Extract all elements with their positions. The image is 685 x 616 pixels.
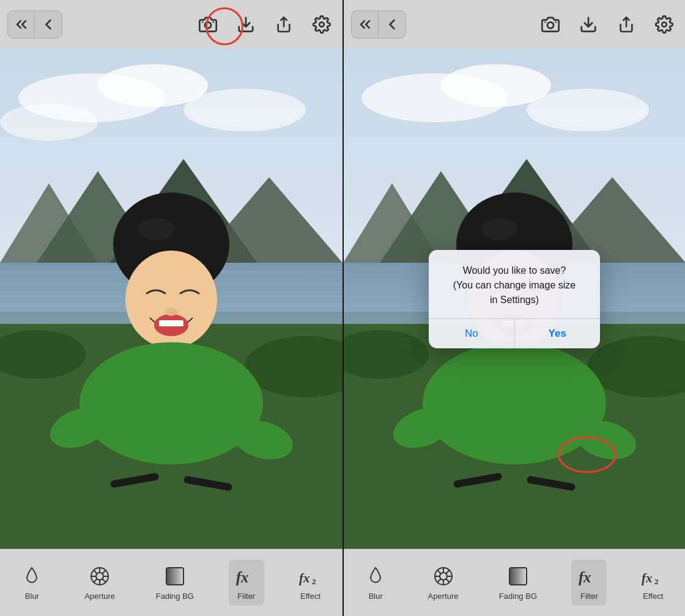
svg-line-39 — [94, 570, 97, 574]
effect-label: Effect — [300, 592, 320, 601]
svg-text:fx: fx — [236, 569, 249, 585]
svg-rect-88 — [510, 568, 526, 584]
dialog-buttons: No Yes — [429, 318, 600, 348]
aperture-label-right: Aperture — [428, 592, 459, 601]
svg-point-28 — [80, 342, 263, 464]
svg-text:fx: fx — [299, 571, 309, 585]
left-tool-effect[interactable]: fx 2 Effect — [293, 560, 328, 606]
right-image-area: Would you like to save? (You can change … — [344, 49, 685, 549]
fading-bg-icon-right — [506, 565, 530, 588]
filter-label-right: Filter — [580, 592, 598, 601]
svg-line-40 — [103, 579, 106, 583]
left-action-buttons — [194, 11, 335, 38]
svg-text:fx: fx — [579, 569, 591, 585]
filter-label: Filter — [237, 592, 255, 601]
svg-point-78 — [440, 573, 447, 580]
blur-label: Blur — [25, 592, 39, 601]
svg-line-86 — [437, 579, 441, 583]
aperture-icon-right — [432, 565, 455, 588]
fading-bg-label: Fading BG — [156, 592, 194, 601]
right-tool-fading-bg[interactable]: Fading BG — [493, 560, 543, 606]
svg-point-23 — [138, 218, 174, 240]
right-tool-filter[interactable]: fx Filter — [571, 560, 607, 606]
svg-point-9 — [183, 89, 306, 131]
svg-text:2: 2 — [654, 577, 659, 586]
svg-point-34 — [96, 573, 103, 580]
left-nav-buttons — [7, 10, 62, 38]
svg-rect-44 — [167, 568, 183, 584]
svg-line-42 — [94, 579, 97, 583]
left-download-button[interactable] — [232, 11, 259, 38]
svg-rect-26 — [159, 320, 183, 326]
drop-icon — [20, 565, 43, 588]
svg-line-85 — [446, 570, 450, 574]
aperture-icon — [88, 565, 111, 588]
svg-line-83 — [437, 570, 441, 574]
right-back-double-button[interactable] — [352, 11, 379, 38]
left-photo — [0, 49, 342, 549]
left-panel: Blur Aperture — [0, 0, 342, 616]
right-nav-buttons — [351, 10, 406, 38]
left-camera-button[interactable] — [194, 11, 221, 38]
svg-point-2 — [202, 21, 204, 23]
effect-label-right: Effect — [643, 592, 663, 601]
right-tool-blur[interactable]: Blur — [358, 560, 393, 606]
right-download-button[interactable] — [575, 11, 602, 38]
fading-bg-label-right: Fading BG — [499, 592, 537, 601]
svg-point-53 — [662, 22, 667, 27]
filter-fx-icon-right: fx — [577, 565, 601, 588]
no-button[interactable]: No — [429, 319, 514, 348]
svg-point-10 — [0, 104, 98, 141]
dialog-message: Would you like to save? (You can change … — [429, 250, 600, 318]
svg-line-84 — [446, 579, 450, 583]
right-camera-button[interactable] — [537, 11, 564, 38]
left-tool-fading-bg[interactable]: Fading BG — [150, 560, 200, 606]
effect-icon: fx 2 — [299, 565, 322, 588]
svg-point-27 — [165, 307, 177, 316]
save-dialog-overlay: Would you like to save? (You can change … — [344, 49, 685, 549]
left-topbar — [0, 0, 342, 49]
right-tool-effect[interactable]: fx 2 Effect — [635, 560, 671, 606]
left-back-single-button[interactable] — [35, 11, 62, 38]
left-back-group — [7, 10, 62, 38]
left-image-area — [0, 49, 342, 549]
left-back-double-button[interactable] — [8, 11, 35, 38]
drop-icon-right — [364, 565, 387, 588]
yes-button[interactable]: Yes — [514, 319, 601, 348]
svg-point-50 — [544, 21, 546, 23]
svg-point-1 — [213, 21, 215, 23]
right-bottom-bar: Blur Aperture — [344, 549, 685, 616]
svg-point-48 — [547, 22, 554, 28]
right-settings-button[interactable] — [651, 11, 678, 38]
fading-bg-icon — [163, 565, 187, 588]
save-dialog: Would you like to save? (You can change … — [429, 250, 600, 348]
svg-point-49 — [555, 21, 557, 23]
right-topbar — [344, 0, 685, 49]
right-action-buttons — [537, 11, 678, 38]
svg-point-5 — [319, 22, 324, 27]
left-share-button[interactable] — [270, 11, 297, 38]
right-back-group — [351, 10, 406, 38]
right-share-button[interactable] — [613, 11, 640, 38]
blur-label-right: Blur — [369, 592, 383, 601]
right-tool-aperture[interactable]: Aperture — [422, 560, 465, 606]
left-settings-button[interactable] — [308, 11, 335, 38]
svg-line-41 — [103, 570, 106, 574]
left-tool-filter[interactable]: fx Filter — [229, 560, 264, 606]
aperture-label: Aperture — [84, 592, 115, 601]
left-bottom-bar: Blur Aperture — [0, 549, 342, 616]
filter-fx-icon: fx — [235, 565, 258, 588]
effect-icon-right: fx 2 — [642, 565, 665, 588]
left-tool-blur[interactable]: Blur — [14, 560, 50, 606]
svg-text:2: 2 — [311, 577, 316, 586]
right-back-single-button[interactable] — [379, 11, 405, 38]
svg-point-0 — [205, 22, 211, 28]
right-panel: Would you like to save? (You can change … — [342, 0, 685, 616]
left-tool-aperture[interactable]: Aperture — [78, 560, 121, 606]
svg-text:fx: fx — [642, 571, 652, 585]
